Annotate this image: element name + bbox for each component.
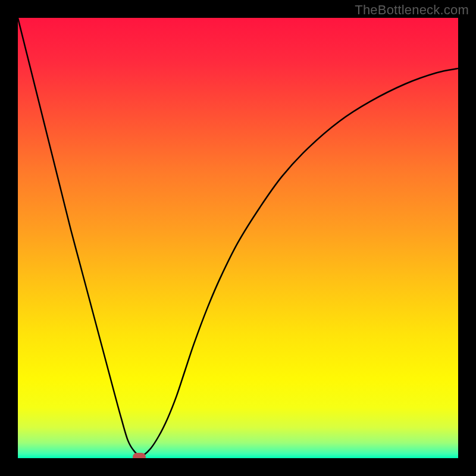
bottleneck-curve xyxy=(18,18,458,458)
minimum-point-marker xyxy=(133,453,146,458)
chart-container: TheBottleneck.com xyxy=(0,0,476,476)
plot-area xyxy=(18,18,458,458)
watermark-text: TheBottleneck.com xyxy=(355,2,469,18)
